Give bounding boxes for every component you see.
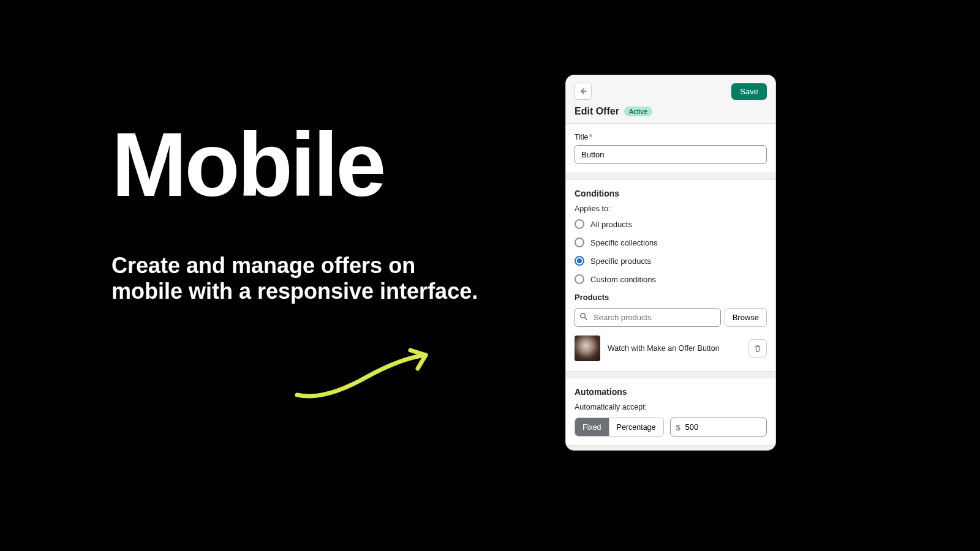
browse-button[interactable]: Browse [725,308,767,327]
radio-label: Specific collections [590,238,658,247]
automations-card: Automations Automatically accept: Fixed … [566,378,775,446]
amount-type-segmented: Fixed Percentage [575,418,664,437]
radio-icon [575,256,584,266]
product-search-input[interactable] [575,308,721,327]
currency-prefix: $ [676,422,680,432]
segment-fixed[interactable]: Fixed [575,418,609,436]
title-card: Title* [566,124,775,173]
automations-heading: Automations [575,387,767,397]
status-badge: Active [624,107,652,116]
product-thumbnail [575,335,600,361]
title-input[interactable] [575,145,767,164]
arrow-left-icon [579,87,587,96]
products-heading: Products [575,293,767,302]
title-label-text: Title [575,133,588,141]
radio-label: Custom conditions [590,275,656,284]
applies-to-label: Applies to: [575,204,767,213]
product-search-wrap [575,308,721,327]
amount-input-wrap: $ [670,418,767,437]
radio-label: All products [590,220,632,229]
page-title: Edit Offer [575,106,619,117]
radio-icon [575,274,584,284]
radio-all-products[interactable]: All products [575,219,767,229]
trash-icon [753,344,762,353]
radio-custom-conditions[interactable]: Custom conditions [575,274,767,284]
required-star: * [589,133,592,141]
segment-percentage[interactable]: Percentage [609,418,663,436]
conditions-card: Conditions Applies to: All products Spec… [566,179,775,372]
amount-input[interactable] [670,418,767,437]
title-label: Title* [575,133,767,141]
hero-copy: Mobile Create and manage offers on mobil… [111,119,491,305]
back-button[interactable] [575,83,592,100]
save-button[interactable]: Save [731,83,767,100]
mobile-mockup: Save Edit Offer Active Title* Conditions… [565,75,776,451]
applies-to-radio-group: All products Specific collections Specif… [575,219,767,284]
search-icon [579,312,588,323]
app-header: Save Edit Offer Active [566,75,775,124]
remove-product-button[interactable] [748,339,767,358]
auto-accept-label: Automatically accept: [575,403,767,411]
radio-specific-products[interactable]: Specific products [575,256,767,266]
radio-specific-collections[interactable]: Specific collections [575,238,767,247]
hero-subtitle: Create and manage offers on mobile with … [111,253,491,305]
radio-icon [575,238,584,247]
conditions-heading: Conditions [575,189,767,198]
radio-label: Specific products [590,257,651,266]
hero-title: Mobile [111,119,491,210]
radio-icon [575,219,584,229]
product-item: Watch with Make an Offer Button [575,334,767,362]
arrow-illustration [288,343,441,404]
svg-point-0 [581,313,586,318]
product-name: Watch with Make an Offer Button [608,344,741,353]
